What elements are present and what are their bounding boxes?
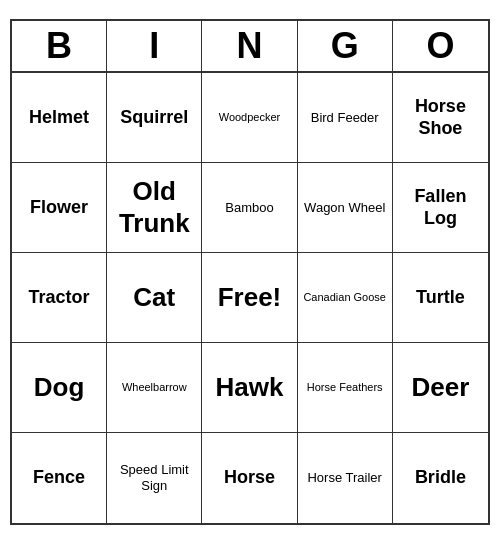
header-letter: O bbox=[393, 21, 488, 71]
bingo-cell[interactable]: Turtle bbox=[393, 253, 488, 343]
bingo-cell[interactable]: Cat bbox=[107, 253, 202, 343]
cell-text: Horse Feathers bbox=[307, 381, 383, 394]
cell-text: Turtle bbox=[416, 287, 465, 309]
cell-text: Wagon Wheel bbox=[304, 200, 385, 216]
bingo-cell[interactable]: Canadian Goose bbox=[298, 253, 393, 343]
cell-text: Bird Feeder bbox=[311, 110, 379, 126]
bingo-card: BINGO HelmetSquirrelWoodpeckerBird Feede… bbox=[10, 19, 490, 525]
bingo-cell[interactable]: Free! bbox=[202, 253, 297, 343]
cell-text: Horse bbox=[224, 467, 275, 489]
cell-text: Cat bbox=[133, 282, 175, 313]
cell-text: Free! bbox=[218, 282, 282, 313]
header-letter: B bbox=[12, 21, 107, 71]
bingo-grid: HelmetSquirrelWoodpeckerBird FeederHorse… bbox=[12, 73, 488, 523]
cell-text: Old Trunk bbox=[111, 176, 197, 238]
bingo-cell[interactable]: Horse bbox=[202, 433, 297, 523]
cell-text: Horse Shoe bbox=[397, 96, 484, 139]
header-letter: G bbox=[298, 21, 393, 71]
bingo-cell[interactable]: Fallen Log bbox=[393, 163, 488, 253]
cell-text: Fence bbox=[33, 467, 85, 489]
cell-text: Dog bbox=[34, 372, 85, 403]
cell-text: Fallen Log bbox=[397, 186, 484, 229]
bingo-cell[interactable]: Horse Feathers bbox=[298, 343, 393, 433]
bingo-cell[interactable]: Wagon Wheel bbox=[298, 163, 393, 253]
bingo-cell[interactable]: Speed Limit Sign bbox=[107, 433, 202, 523]
bingo-cell[interactable]: Bamboo bbox=[202, 163, 297, 253]
cell-text: Flower bbox=[30, 197, 88, 219]
bingo-cell[interactable]: Fence bbox=[12, 433, 107, 523]
bingo-cell[interactable]: Horse Shoe bbox=[393, 73, 488, 163]
cell-text: Canadian Goose bbox=[303, 291, 386, 304]
bingo-cell[interactable]: Hawk bbox=[202, 343, 297, 433]
cell-text: Tractor bbox=[29, 287, 90, 309]
bingo-header: BINGO bbox=[12, 21, 488, 73]
cell-text: Woodpecker bbox=[219, 111, 281, 124]
bingo-cell[interactable]: Flower bbox=[12, 163, 107, 253]
cell-text: Horse Trailer bbox=[307, 470, 381, 486]
cell-text: Speed Limit Sign bbox=[111, 462, 197, 493]
bingo-cell[interactable]: Old Trunk bbox=[107, 163, 202, 253]
bingo-cell[interactable]: Bridle bbox=[393, 433, 488, 523]
cell-text: Bamboo bbox=[225, 200, 273, 216]
cell-text: Squirrel bbox=[120, 107, 188, 129]
cell-text: Bridle bbox=[415, 467, 466, 489]
bingo-cell[interactable]: Woodpecker bbox=[202, 73, 297, 163]
cell-text: Deer bbox=[411, 372, 469, 403]
header-letter: I bbox=[107, 21, 202, 71]
cell-text: Helmet bbox=[29, 107, 89, 129]
bingo-cell[interactable]: Bird Feeder bbox=[298, 73, 393, 163]
bingo-cell[interactable]: Deer bbox=[393, 343, 488, 433]
bingo-cell[interactable]: Wheelbarrow bbox=[107, 343, 202, 433]
bingo-cell[interactable]: Squirrel bbox=[107, 73, 202, 163]
bingo-cell[interactable]: Helmet bbox=[12, 73, 107, 163]
bingo-cell[interactable]: Tractor bbox=[12, 253, 107, 343]
cell-text: Wheelbarrow bbox=[122, 381, 187, 394]
header-letter: N bbox=[202, 21, 297, 71]
cell-text: Hawk bbox=[216, 372, 284, 403]
bingo-cell[interactable]: Dog bbox=[12, 343, 107, 433]
bingo-cell[interactable]: Horse Trailer bbox=[298, 433, 393, 523]
